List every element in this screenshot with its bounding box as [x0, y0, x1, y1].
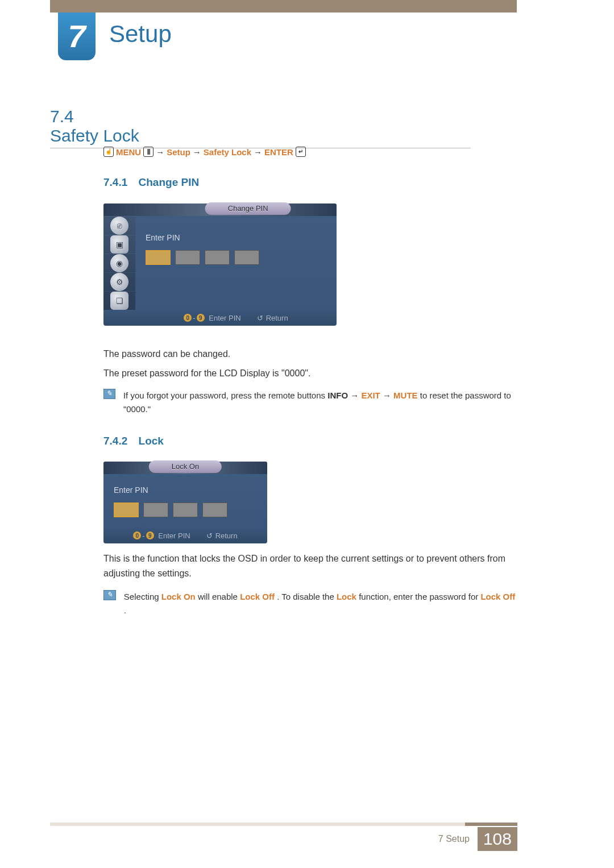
page-footer: 7 Setup 108: [438, 827, 517, 851]
subsection-title: Change PIN: [139, 176, 200, 188]
key-info: INFO: [327, 391, 348, 400]
sidebar-input-icon: ⎚: [110, 217, 128, 235]
breadcrumb-menu: MENU: [116, 147, 141, 157]
subsection-number: 7.4.1: [103, 176, 127, 188]
section-header: 7.4 Safety Lock: [50, 107, 517, 148]
pin-input-row: [114, 502, 257, 517]
enter-pin-label: Enter PIN: [114, 485, 257, 495]
osd-title: Lock On: [149, 460, 222, 473]
menu-path-breadcrumb: MENU → Setup → Safety Lock → ENTER: [103, 147, 306, 157]
subsection-741-header: 7.4.1 Change PIN: [103, 176, 199, 189]
subsection-742-header: 7.4.2 Lock: [103, 435, 164, 447]
note-icon: ✎: [103, 389, 115, 399]
footer-page-number: 108: [478, 827, 517, 851]
term-lock-off-2: Lock Off: [480, 592, 515, 601]
pin-digit-2[interactable]: [175, 250, 200, 265]
chapter-number: 7: [68, 20, 85, 52]
term-lock: Lock: [337, 592, 356, 601]
osd-change-pin-panel: Change PIN ⎚ ▣ ◉ ⚙ ❏ Enter PIN 0-9 Enter…: [103, 203, 337, 326]
section-title: Safety Lock: [50, 126, 471, 148]
osd-title-bar: Change PIN: [103, 203, 337, 216]
body-text-2: The preset password for the LCD Display …: [103, 366, 517, 381]
chapter-number-tab: 7: [58, 13, 96, 60]
footer-chapter-label: 7 Setup: [438, 834, 470, 844]
footer-return-label: Return: [206, 531, 238, 540]
sidebar-setup-icon: ⚙: [110, 273, 128, 291]
note-text: Selecting Lock On will enable Lock Off .…: [124, 590, 517, 617]
osd-sidebar: ⎚ ▣ ◉ ⚙ ❏: [103, 216, 135, 310]
pin-input-row: [146, 250, 326, 265]
footer-divider-light: [50, 823, 465, 826]
footer-enter-pin-label: Enter PIN: [158, 531, 190, 540]
sidebar-sound-icon: ◉: [110, 254, 128, 272]
digit-9-icon: 9: [197, 314, 205, 322]
digit-0-icon: 0: [184, 314, 192, 322]
body-text-1: The password can be changed.: [103, 347, 517, 362]
breadcrumb-setup: Setup: [167, 147, 190, 157]
remote-icon: [103, 147, 114, 157]
body-text-3: This is the function that locks the OSD …: [103, 551, 517, 580]
note-reset-password: ✎ If you forgot your password, press the…: [103, 389, 517, 416]
enter-icon: [296, 147, 306, 157]
subsection-number: 7.4.2: [103, 435, 127, 447]
term-lock-on: Lock On: [161, 592, 196, 601]
menu-icon: [143, 147, 154, 157]
section-number: 7.4: [50, 107, 97, 126]
footer-hint-enterpin: 0-9 Enter PIN: [184, 314, 240, 322]
arrow-icon: →: [254, 147, 262, 157]
osd-lock-on-panel: Lock On Enter PIN 0-9 Enter PIN Return: [103, 462, 267, 543]
footer-divider-dark: [465, 823, 517, 826]
term-lock-off: Lock Off: [240, 592, 275, 601]
digit-0-icon: 0: [133, 531, 141, 539]
key-mute: MUTE: [393, 391, 418, 400]
pin-digit-4[interactable]: [234, 250, 259, 265]
note-lock-on: ✎ Selecting Lock On will enable Lock Off…: [103, 590, 517, 617]
sidebar-picture-icon: ▣: [110, 235, 128, 254]
chapter-title: Setup: [109, 20, 172, 48]
digit-9-icon: 9: [146, 531, 154, 539]
footer-return-label: Return: [257, 314, 288, 322]
osd-title-bar: Lock On: [103, 462, 267, 474]
footer-hint-enterpin: 0-9 Enter PIN: [133, 531, 190, 540]
pin-digit-3[interactable]: [173, 502, 198, 517]
osd-footer: 0-9 Enter PIN Return: [103, 310, 337, 326]
sidebar-multi-icon: ❏: [110, 292, 128, 310]
note-text: If you forgot your password, press the r…: [123, 389, 517, 416]
osd-footer: 0-9 Enter PIN Return: [103, 528, 267, 543]
footer-enter-pin-label: Enter PIN: [209, 314, 240, 322]
pin-digit-3[interactable]: [205, 250, 230, 265]
pin-digit-1[interactable]: [114, 502, 139, 517]
pin-digit-2[interactable]: [143, 502, 168, 517]
key-exit: EXIT: [361, 391, 380, 400]
enter-pin-label: Enter PIN: [146, 233, 326, 242]
header-band: [50, 0, 517, 13]
osd-main-area: Enter PIN: [103, 474, 267, 528]
subsection-title: Lock: [139, 435, 164, 447]
osd-main-area: Enter PIN: [135, 216, 337, 310]
osd-title: Change PIN: [205, 202, 291, 215]
arrow-icon: →: [156, 147, 164, 157]
pin-digit-1[interactable]: [146, 250, 171, 265]
breadcrumb-enter: ENTER: [264, 147, 293, 157]
note-icon: ✎: [103, 590, 116, 600]
pin-digit-4[interactable]: [202, 502, 227, 517]
arrow-icon: →: [193, 147, 201, 157]
breadcrumb-safety-lock: Safety Lock: [204, 147, 251, 157]
